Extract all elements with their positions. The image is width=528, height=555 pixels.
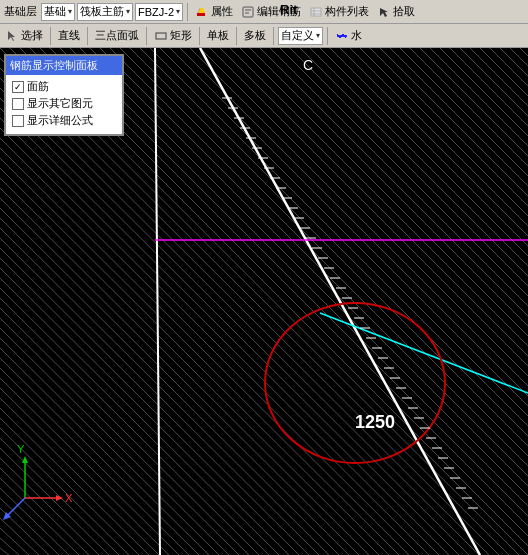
dimension-label: 1250 bbox=[355, 412, 395, 432]
svg-line-16 bbox=[120, 48, 528, 456]
pencil-icon bbox=[195, 5, 209, 19]
water-button[interactable]: 水 bbox=[332, 27, 365, 44]
formula-checkbox[interactable] bbox=[12, 115, 24, 127]
svg-line-18 bbox=[140, 48, 528, 436]
edit-icon bbox=[241, 5, 255, 19]
svg-line-99 bbox=[0, 378, 179, 555]
svg-line-22 bbox=[180, 48, 528, 396]
panel-title: 钢筋显示控制面板 bbox=[6, 56, 122, 75]
canvas-area[interactable]: 1250 C bbox=[0, 48, 528, 555]
custom-dropdown[interactable]: 自定义 ▾ bbox=[278, 27, 323, 45]
foundation-dropdown[interactable]: 基础 ▾ bbox=[41, 3, 75, 21]
svg-line-82 bbox=[0, 208, 349, 555]
svg-line-44 bbox=[400, 48, 528, 176]
svg-line-49 bbox=[450, 48, 528, 126]
svg-line-88 bbox=[0, 268, 289, 555]
svg-line-48 bbox=[440, 48, 528, 136]
svg-line-68 bbox=[0, 68, 489, 555]
svg-line-41 bbox=[370, 48, 528, 206]
svg-line-40 bbox=[360, 48, 528, 216]
svg-line-46 bbox=[420, 48, 528, 156]
svg-line-117 bbox=[200, 48, 480, 555]
pick-button[interactable]: 拾取 bbox=[374, 3, 418, 20]
svg-line-33 bbox=[290, 48, 528, 286]
svg-line-29 bbox=[250, 48, 528, 326]
panel-item-other-elements[interactable]: 显示其它图元 bbox=[12, 96, 116, 111]
svg-line-87 bbox=[0, 258, 299, 555]
fbzj-dropdown[interactable]: FBZJ-2 ▾ bbox=[135, 3, 183, 21]
panel-item-formula[interactable]: 显示详细公式 bbox=[12, 113, 116, 128]
svg-line-25 bbox=[210, 48, 528, 366]
water-icon bbox=[335, 29, 349, 43]
svg-line-24 bbox=[200, 48, 528, 376]
rect-icon bbox=[154, 29, 168, 43]
property-button[interactable]: 属性 bbox=[192, 3, 236, 20]
toolbar-row1: 基础层 基础 ▾ 筏板主筋 ▾ FBZJ-2 ▾ 属性 编辑钢筋 bbox=[0, 0, 528, 24]
separator bbox=[327, 27, 328, 45]
svg-line-39 bbox=[350, 48, 528, 226]
chevron-down-icon: ▾ bbox=[126, 7, 130, 16]
svg-line-115 bbox=[0, 538, 19, 555]
vertex-label: C bbox=[303, 57, 313, 73]
svg-line-81 bbox=[0, 198, 359, 555]
rebar-main-dropdown[interactable]: 筏板主筋 ▾ bbox=[77, 3, 133, 21]
svg-line-107 bbox=[0, 458, 99, 555]
separator bbox=[273, 27, 274, 45]
svg-line-35 bbox=[310, 48, 528, 266]
surface-label: 面筋 bbox=[27, 79, 49, 94]
separator bbox=[146, 27, 147, 45]
svg-marker-11 bbox=[8, 31, 15, 41]
multi-board-button[interactable]: 多板 bbox=[241, 27, 269, 44]
rect-button[interactable]: 矩形 bbox=[151, 27, 195, 44]
chevron-down-icon: ▾ bbox=[176, 7, 180, 16]
select-button[interactable]: 选择 bbox=[2, 27, 46, 44]
svg-line-73 bbox=[0, 118, 439, 555]
svg-line-55 bbox=[510, 48, 528, 66]
chevron-down-icon: ▾ bbox=[68, 7, 72, 16]
toolbar-row2: 选择 直线 三点面弧 矩形 单板 多板 自定义 ▾ bbox=[0, 24, 528, 48]
arc-button[interactable]: 三点面弧 bbox=[92, 27, 142, 44]
svg-line-19 bbox=[150, 48, 528, 426]
svg-line-50 bbox=[460, 48, 528, 116]
svg-line-97 bbox=[0, 358, 199, 555]
surface-checkbox[interactable] bbox=[12, 81, 24, 93]
line-button[interactable]: 直线 bbox=[55, 27, 83, 44]
svg-line-90 bbox=[0, 288, 269, 555]
svg-marker-10 bbox=[380, 8, 388, 17]
other-elements-checkbox[interactable] bbox=[12, 98, 24, 110]
svg-line-75 bbox=[0, 138, 419, 555]
select-icon bbox=[5, 29, 19, 43]
svg-line-27 bbox=[230, 48, 528, 346]
svg-rect-3 bbox=[243, 7, 253, 17]
svg-line-70 bbox=[0, 88, 469, 555]
svg-text:Y: Y bbox=[17, 443, 25, 455]
component-list-button[interactable]: 构件列表 bbox=[306, 3, 372, 20]
panel-item-surface[interactable]: 面筋 bbox=[12, 79, 116, 94]
svg-text:X: X bbox=[65, 492, 73, 504]
svg-line-109 bbox=[0, 478, 79, 555]
rebar-display-panel: 钢筋显示控制面板 面筋 显示其它图元 显示详细公式 bbox=[4, 54, 124, 136]
chevron-down-icon: ▾ bbox=[316, 31, 320, 40]
svg-line-118 bbox=[155, 48, 160, 555]
svg-line-103 bbox=[0, 418, 139, 555]
separator bbox=[50, 27, 51, 45]
svg-line-45 bbox=[410, 48, 528, 166]
svg-line-76 bbox=[0, 148, 409, 555]
svg-line-96 bbox=[0, 348, 209, 555]
svg-line-15 bbox=[110, 48, 528, 466]
svg-line-36 bbox=[320, 48, 528, 256]
list-icon bbox=[309, 5, 323, 19]
panel-body: 面筋 显示其它图元 显示详细公式 bbox=[6, 75, 122, 134]
layer-label: 基础层 bbox=[2, 4, 39, 19]
svg-line-106 bbox=[0, 448, 109, 555]
separator bbox=[236, 27, 237, 45]
svg-line-30 bbox=[260, 48, 528, 316]
single-board-button[interactable]: 单板 bbox=[204, 27, 232, 44]
svg-rect-12 bbox=[156, 33, 166, 39]
pick-icon bbox=[377, 5, 391, 19]
svg-line-101 bbox=[0, 398, 159, 555]
svg-line-38 bbox=[340, 48, 528, 236]
svg-rect-0 bbox=[197, 13, 205, 16]
svg-line-52 bbox=[480, 48, 528, 96]
svg-marker-165 bbox=[22, 456, 28, 463]
